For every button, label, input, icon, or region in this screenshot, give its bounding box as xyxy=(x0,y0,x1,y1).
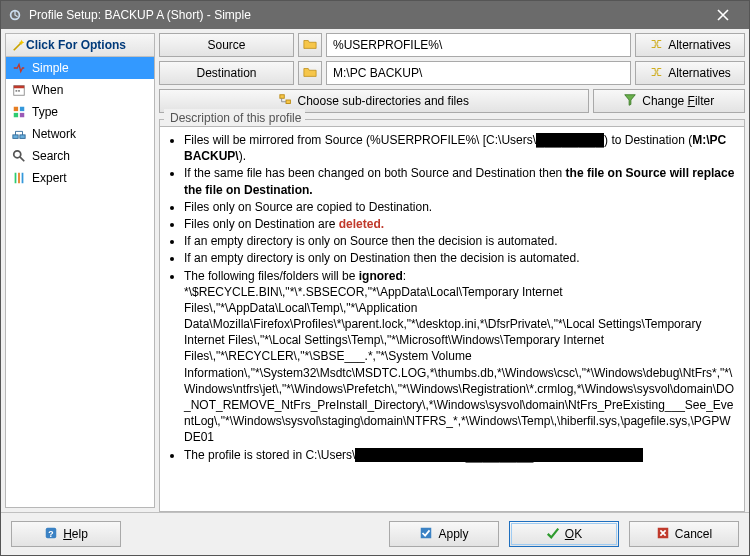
description-fieldset: Description of this profile Files will b… xyxy=(159,119,745,512)
svg-rect-16 xyxy=(286,100,290,104)
sidebar-item-search[interactable]: Search xyxy=(6,145,154,167)
window-title: Profile Setup: BACKUP A (Short) - Simple xyxy=(29,8,703,22)
choose-sub-label: Choose sub-directories and files xyxy=(298,94,469,108)
description-legend: Description of this profile xyxy=(164,109,305,125)
sidebar-item-label: Search xyxy=(32,149,70,163)
desc-line: Files only on Source are copied to Desti… xyxy=(184,199,738,215)
simple-icon xyxy=(12,61,26,75)
main-area: Source Alternatives Destination xyxy=(155,29,749,512)
svg-rect-6 xyxy=(20,107,24,111)
desc-line: If an empty directory is only on Source … xyxy=(184,233,738,249)
destination-button[interactable]: Destination xyxy=(159,61,294,85)
svg-point-11 xyxy=(14,151,21,158)
folder-icon xyxy=(303,37,317,54)
cancel-label: Cancel xyxy=(675,527,712,541)
ok-label: OK xyxy=(565,527,582,541)
expert-icon xyxy=(12,171,26,185)
desc-line: Files will be mirrored from Source (%USE… xyxy=(184,132,738,164)
source-path-input[interactable] xyxy=(326,33,631,57)
footer: ? Help Apply OK Cancel xyxy=(1,512,749,555)
svg-rect-3 xyxy=(16,90,18,92)
svg-text:?: ? xyxy=(48,528,53,538)
sidebar-header[interactable]: Click For Options xyxy=(6,34,154,57)
desc-line: The profile is stored in C:\Users\██████… xyxy=(184,447,738,463)
desc-line: Files only on Destination are deleted. xyxy=(184,216,738,232)
titlebar: Profile Setup: BACKUP A (Short) - Simple xyxy=(1,1,749,29)
destination-path-input[interactable] xyxy=(326,61,631,85)
ok-button[interactable]: OK xyxy=(509,521,619,547)
tree-icon xyxy=(279,93,293,110)
sidebar-item-when[interactable]: When xyxy=(6,79,154,101)
ok-icon xyxy=(546,526,560,543)
sidebar-item-label: Type xyxy=(32,105,58,119)
svg-rect-5 xyxy=(14,107,18,111)
svg-rect-4 xyxy=(18,90,20,92)
sidebar-item-network[interactable]: Network xyxy=(6,123,154,145)
sidebar-item-type[interactable]: Type xyxy=(6,101,154,123)
folder-icon xyxy=(303,65,317,82)
svg-rect-15 xyxy=(279,94,283,98)
svg-rect-7 xyxy=(14,113,18,117)
desc-line: The following files/folders will be igno… xyxy=(184,268,738,446)
sidebar-item-label: Expert xyxy=(32,171,67,185)
alternatives-label: Alternatives xyxy=(668,38,731,52)
cancel-button[interactable]: Cancel xyxy=(629,521,739,547)
apply-button[interactable]: Apply xyxy=(389,521,499,547)
wand-icon xyxy=(12,38,26,52)
desc-line: If the same file has been changed on bot… xyxy=(184,165,738,197)
svg-rect-10 xyxy=(20,135,25,139)
description-text: Files will be mirrored from Source (%USE… xyxy=(160,126,744,511)
alternatives-label: Alternatives xyxy=(668,66,731,80)
alternatives-icon xyxy=(649,37,663,54)
change-filter-button[interactable]: Change Filter xyxy=(593,89,746,113)
sidebar-item-label: Simple xyxy=(32,61,69,75)
svg-rect-14 xyxy=(22,173,24,184)
sidebar-item-label: Network xyxy=(32,127,76,141)
type-icon xyxy=(12,105,26,119)
help-label: Help xyxy=(63,527,88,541)
sidebar-item-expert[interactable]: Expert xyxy=(6,167,154,189)
sidebar: Click For Options SimpleWhenTypeNetworkS… xyxy=(5,33,155,508)
when-icon xyxy=(12,83,26,97)
change-filter-label: Change Filter xyxy=(642,94,714,108)
destination-browse-button[interactable] xyxy=(298,61,322,85)
sidebar-header-label: Click For Options xyxy=(26,38,126,52)
source-label: Source xyxy=(207,38,245,52)
svg-rect-19 xyxy=(421,527,432,538)
help-icon: ? xyxy=(44,526,58,543)
profile-setup-window: Profile Setup: BACKUP A (Short) - Simple… xyxy=(0,0,750,556)
filter-icon xyxy=(623,93,637,110)
network-icon xyxy=(12,127,26,141)
destination-label: Destination xyxy=(196,66,256,80)
alternatives-icon xyxy=(649,65,663,82)
svg-rect-9 xyxy=(13,135,18,139)
apply-label: Apply xyxy=(438,527,468,541)
close-button[interactable] xyxy=(703,1,743,29)
svg-rect-12 xyxy=(15,173,17,184)
source-button[interactable]: Source xyxy=(159,33,294,57)
search-icon xyxy=(12,149,26,163)
svg-rect-13 xyxy=(18,173,20,184)
app-icon xyxy=(7,7,23,23)
apply-icon xyxy=(419,526,433,543)
svg-rect-2 xyxy=(14,86,25,89)
source-browse-button[interactable] xyxy=(298,33,322,57)
cancel-icon xyxy=(656,526,670,543)
destination-alternatives-button[interactable]: Alternatives xyxy=(635,61,745,85)
source-alternatives-button[interactable]: Alternatives xyxy=(635,33,745,57)
body: Click For Options SimpleWhenTypeNetworkS… xyxy=(1,29,749,512)
help-button[interactable]: ? Help xyxy=(11,521,121,547)
svg-rect-8 xyxy=(20,113,24,117)
sidebar-item-simple[interactable]: Simple xyxy=(6,57,154,79)
sidebar-item-label: When xyxy=(32,83,63,97)
desc-line: If an empty directory is only on Destina… xyxy=(184,250,738,266)
